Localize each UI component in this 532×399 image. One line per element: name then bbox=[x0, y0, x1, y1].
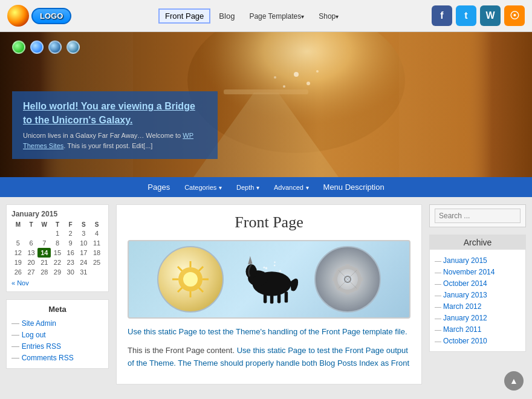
calendar-row: 12131415161718 bbox=[11, 248, 103, 258]
calendar-day[interactable]: 28 bbox=[37, 267, 51, 277]
hero-dot-1[interactable] bbox=[12, 41, 25, 54]
calendar-day[interactable]: 27 bbox=[25, 267, 38, 277]
calendar-day[interactable]: 15 bbox=[51, 248, 64, 258]
main-content: Front Page bbox=[116, 204, 422, 384]
calendar-day[interactable]: 7 bbox=[37, 238, 51, 248]
svg-rect-26 bbox=[270, 295, 274, 304]
unicorn-image: ✦ ✦ bbox=[236, 246, 302, 313]
nav-pages[interactable]: Pages bbox=[148, 183, 170, 192]
calendar-day[interactable]: 10 bbox=[77, 238, 91, 248]
social-icons: f t W ☉ bbox=[432, 5, 525, 26]
calendar-day[interactable]: 29 bbox=[51, 267, 64, 277]
meta-link[interactable]: Entries RSS bbox=[22, 342, 61, 351]
wordpress-icon[interactable]: W bbox=[480, 5, 501, 26]
archive-link[interactable]: October 2010 bbox=[443, 337, 487, 345]
page-title: Front Page bbox=[128, 213, 410, 232]
meta-widget: Meta Site AdminLog outEntries RSSComment… bbox=[6, 299, 109, 369]
calendar-day bbox=[90, 267, 103, 277]
archive-item: March 2011 bbox=[435, 323, 521, 335]
svg-rect-27 bbox=[277, 294, 281, 303]
calendar-day[interactable]: 5 bbox=[11, 238, 25, 248]
calendar-day[interactable]: 13 bbox=[25, 248, 38, 258]
meta-link-item: Site Admin bbox=[11, 317, 103, 329]
calendar-day[interactable]: 1 bbox=[51, 229, 64, 238]
archive-link[interactable]: March 2011 bbox=[443, 325, 481, 334]
calendar-day[interactable]: 26 bbox=[11, 267, 25, 277]
svg-rect-25 bbox=[264, 293, 267, 303]
archive-title: Archive bbox=[430, 235, 525, 250]
calendar-day[interactable]: 25 bbox=[90, 258, 103, 267]
facebook-icon[interactable]: f bbox=[432, 5, 452, 26]
archive-link[interactable]: January 2015 bbox=[443, 256, 487, 265]
scroll-to-top-button[interactable] bbox=[504, 371, 524, 391]
twitter-icon[interactable]: t bbox=[456, 5, 476, 26]
calendar-day[interactable]: 6 bbox=[25, 238, 38, 248]
archive-link[interactable]: November 2014 bbox=[443, 268, 495, 276]
calendar-day[interactable]: 12 bbox=[11, 248, 25, 258]
archive-link[interactable]: January 2013 bbox=[443, 291, 487, 299]
calendar-day[interactable]: 3 bbox=[77, 229, 91, 238]
nav-shop[interactable]: Shop▾ bbox=[313, 9, 345, 23]
archive-link[interactable]: October 2014 bbox=[443, 279, 487, 288]
meta-link-item: Entries RSS bbox=[11, 340, 103, 352]
archive-item: January 2015 bbox=[435, 255, 521, 266]
svg-rect-37 bbox=[346, 290, 349, 294]
rss-icon[interactable]: ☉ bbox=[504, 5, 525, 26]
meta-links-list: Site AdminLog outEntries RSSComments RSS bbox=[11, 317, 103, 363]
cal-th-t: T bbox=[25, 221, 38, 229]
meta-link-item: Log out bbox=[11, 329, 103, 340]
logo-text[interactable]: LOGO bbox=[31, 8, 71, 24]
nav-menu-description[interactable]: Menu Description bbox=[323, 183, 384, 192]
calendar-day[interactable]: 20 bbox=[25, 258, 38, 267]
calendar-row: 262728293031 bbox=[11, 267, 103, 277]
calendar-day[interactable]: 18 bbox=[90, 248, 103, 258]
svg-line-18 bbox=[199, 288, 203, 292]
archive-link[interactable]: January 2012 bbox=[443, 314, 487, 322]
meta-link[interactable]: Comments RSS bbox=[22, 354, 74, 362]
calendar-day[interactable]: 19 bbox=[11, 258, 25, 267]
archive-link[interactable]: March 2012 bbox=[443, 302, 481, 311]
svg-text:✦: ✦ bbox=[273, 261, 276, 264]
search-input[interactable] bbox=[435, 209, 521, 223]
hero-title-link[interactable]: Hello world! You are viewing a Bridge to… bbox=[23, 100, 207, 127]
calendar-day[interactable]: 24 bbox=[77, 258, 91, 267]
svg-point-30 bbox=[274, 265, 276, 267]
header: LOGO Front Page Blog Page Templates▾ Sho… bbox=[0, 0, 532, 32]
calendar-nav: « Nov bbox=[11, 279, 103, 287]
nav-blog[interactable]: Blog bbox=[213, 9, 241, 23]
hero-banner: Hello world! You are viewing a Bridge to… bbox=[0, 32, 532, 177]
calendar-day[interactable]: 23 bbox=[64, 258, 77, 267]
calendar-day[interactable]: 22 bbox=[51, 258, 64, 267]
calendar-day[interactable]: 8 bbox=[51, 238, 64, 248]
svg-line-17 bbox=[178, 267, 182, 271]
cal-prev-link[interactable]: « Nov bbox=[11, 279, 29, 287]
calendar-day[interactable]: 30 bbox=[64, 267, 77, 277]
calendar-day[interactable]: 21 bbox=[37, 258, 51, 267]
archive-item: January 2012 bbox=[435, 312, 521, 323]
logo-area: LOGO bbox=[7, 5, 71, 27]
calendar-day[interactable]: 4 bbox=[90, 229, 103, 238]
nav-advanced[interactable]: Advanced ▾ bbox=[274, 183, 309, 192]
nav-categories[interactable]: Categories ▾ bbox=[184, 183, 222, 192]
hero-dot-2[interactable] bbox=[30, 41, 44, 54]
svg-rect-36 bbox=[346, 264, 349, 269]
calendar-day[interactable]: 14 bbox=[37, 248, 51, 258]
calendar-day[interactable]: 17 bbox=[77, 248, 91, 258]
calendar-day[interactable]: 31 bbox=[77, 267, 91, 277]
meta-link[interactable]: Log out bbox=[22, 331, 46, 339]
nav-page-templates[interactable]: Page Templates▾ bbox=[243, 9, 310, 23]
meta-link[interactable]: Site Admin bbox=[22, 319, 56, 328]
calendar-day bbox=[25, 229, 38, 238]
hero-dot-3[interactable] bbox=[48, 41, 62, 54]
calendar-day[interactable]: 9 bbox=[64, 238, 77, 248]
hero-dot-4[interactable] bbox=[66, 41, 80, 54]
search-widget bbox=[429, 204, 526, 227]
calendar-day[interactable]: 2 bbox=[64, 229, 77, 238]
svg-text:✦: ✦ bbox=[262, 265, 266, 271]
nav-front-page[interactable]: Front Page bbox=[158, 8, 210, 24]
calendar-day[interactable]: 16 bbox=[64, 248, 77, 258]
calendar-day[interactable]: 11 bbox=[90, 238, 103, 248]
hero-caption: Hello world! You are viewing a Bridge to… bbox=[12, 91, 218, 159]
main-layout: January 2015 M T W T F S S 1234567891011… bbox=[0, 197, 532, 392]
nav-depth[interactable]: Depth ▾ bbox=[236, 183, 259, 192]
